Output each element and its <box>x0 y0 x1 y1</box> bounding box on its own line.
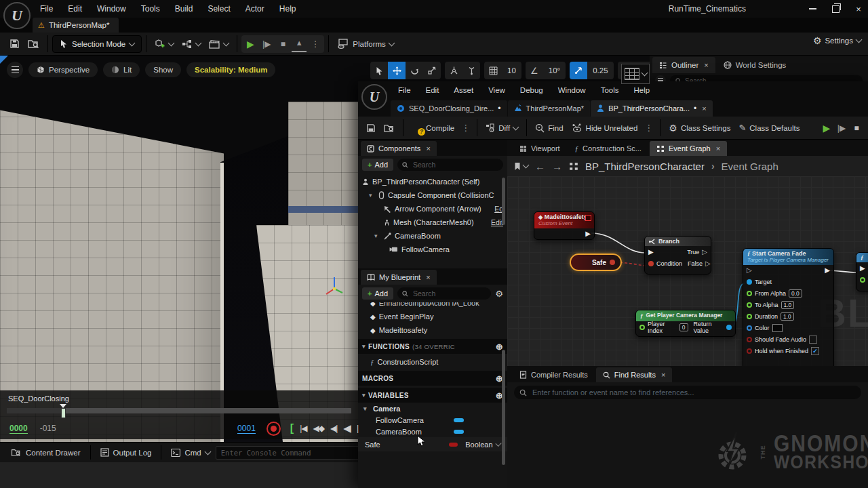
bp-stop-button[interactable]: ■ <box>849 121 864 136</box>
find-results-input[interactable] <box>531 388 856 397</box>
data-pin[interactable] <box>860 277 865 283</box>
variable-followcamera-row[interactable]: FollowCamera <box>358 414 507 426</box>
previous-key-button[interactable]: ◀◆ <box>313 424 324 433</box>
event-graph-canvas[interactable]: BL ◆ Madeittosafety Custom Event ▶ <box>507 176 868 366</box>
exec-out-pin[interactable]: ▶ <box>825 267 830 274</box>
from-alpha-pin[interactable] <box>747 291 752 296</box>
pin-value[interactable]: 1.0 <box>781 312 794 321</box>
pin-value[interactable]: 1.0 <box>781 301 795 309</box>
close-icon[interactable]: × <box>426 273 430 281</box>
compile-button[interactable]: ? Compile <box>408 119 458 137</box>
component-row-self[interactable]: BP_ThirdPersonCharacter (Self) <box>358 175 507 188</box>
transport-options[interactable]: ⋮ <box>308 37 323 52</box>
bp-menu-file[interactable]: File <box>391 81 418 99</box>
components-scrollbar[interactable] <box>502 178 505 225</box>
functions-section-header[interactable]: ▾ FUNCTIONS (34 OVERRIC ⊕ <box>358 339 507 354</box>
cmd-dropdown[interactable]: Cmd <box>165 449 215 457</box>
grid-snap-value[interactable]: 10 <box>502 66 521 75</box>
play-button[interactable]: ▶ <box>243 37 258 52</box>
clipped-list-row[interactable]: ◆ EnhancedInputAction IA_Look <box>358 302 507 310</box>
close-icon[interactable]: × <box>716 144 720 152</box>
menu-build[interactable]: Build <box>167 0 201 18</box>
viewport-layout-dropdown[interactable] <box>621 64 650 84</box>
exec-in-pin[interactable]: ▶ <box>860 265 865 272</box>
eject-button[interactable]: ▲ <box>292 35 307 52</box>
nav-forward-button[interactable]: → <box>552 161 562 172</box>
bp-save-button[interactable] <box>362 119 380 137</box>
duration-pin[interactable] <box>747 314 752 319</box>
show-dropdown[interactable]: Show <box>145 62 181 77</box>
construction-script-row[interactable]: ƒ ConstructionScript <box>358 355 507 369</box>
breadcrumb-leaf[interactable]: Event Graph <box>722 161 778 172</box>
hold-when-finished-checkbox[interactable]: ✓ <box>811 347 819 355</box>
tab-find-results[interactable]: Find Results × <box>596 367 673 382</box>
rotate-tool[interactable] <box>406 62 423 79</box>
eye-closed-icon[interactable] <box>495 440 501 446</box>
component-row-arrow[interactable]: Arrow Component (Arrow) Ed <box>358 202 507 216</box>
output-log-button[interactable]: Output Log <box>95 448 157 457</box>
return-value-pin[interactable] <box>726 325 732 330</box>
exec-in-pin[interactable]: ▶ <box>648 249 654 256</box>
components-search-input[interactable] <box>412 160 498 169</box>
lit-dropdown[interactable]: Lit <box>103 62 140 77</box>
class-defaults-button[interactable]: ✎ Class Defaults <box>734 119 804 137</box>
expand-icon[interactable]: ▾ <box>362 392 368 399</box>
expand-icon[interactable]: ▾ <box>362 343 368 350</box>
my-blueprint-settings-icon[interactable]: ⚙ <box>495 289 503 299</box>
minimize-button[interactable] <box>807 3 818 14</box>
bp-browse-button[interactable] <box>380 119 399 137</box>
menu-select[interactable]: Select <box>200 0 237 18</box>
tab-outliner[interactable]: Outliner × <box>652 57 715 73</box>
start-frame[interactable]: 0000 <box>9 424 28 434</box>
grid-snap-toggle[interactable] <box>484 62 502 79</box>
scale-tool[interactable] <box>423 62 441 79</box>
content-drawer-button[interactable]: Content Drawer <box>5 448 86 457</box>
menu-actor[interactable]: Actor <box>238 0 272 18</box>
event-madeittosafety-row[interactable]: ◆ Madeittosafety <box>358 323 507 337</box>
close-icon[interactable]: × <box>426 144 430 152</box>
world-gizmo-toggle[interactable] <box>445 62 462 79</box>
variables-section-header[interactable]: ▾ VARIABLES ⊕ <box>358 388 507 403</box>
to-alpha-pin[interactable] <box>747 302 752 308</box>
event-beginplay-row[interactable]: ◆ Event BeginPlay <box>358 310 507 323</box>
tab-character-blueprint[interactable]: BP_ThirdPersonChara... • × <box>591 100 712 117</box>
my-blueprint-search-input[interactable] <box>412 289 486 298</box>
maximize-button[interactable] <box>830 3 841 14</box>
scale-snap-value[interactable]: 0.25 <box>587 66 613 75</box>
local-gizmo-toggle[interactable] <box>462 62 480 79</box>
hide-unrelated-options[interactable]: ⋮ <box>642 123 656 133</box>
close-icon[interactable]: × <box>702 104 706 113</box>
pin-value[interactable]: 0.0 <box>789 289 802 298</box>
stop-button[interactable]: ■ <box>275 37 290 52</box>
component-row-followcamera[interactable]: FollowCamera <box>358 243 507 256</box>
bookmarks-dropdown[interactable] <box>514 162 528 171</box>
tab-world-settings[interactable]: World Settings <box>717 57 793 73</box>
close-icon[interactable]: × <box>704 61 708 69</box>
menu-tools[interactable]: Tools <box>134 0 167 18</box>
macros-section-header[interactable]: MACROS ⊕ <box>358 371 507 386</box>
level-tab[interactable]: ⚠ ThirdPersonMap* <box>33 18 119 33</box>
rotation-snap-value[interactable]: 10° <box>543 66 566 75</box>
viewport-options-icon[interactable] <box>7 62 23 78</box>
hide-unrelated-button[interactable]: Hide Unrelated <box>568 119 642 137</box>
menu-file[interactable]: File <box>33 0 60 18</box>
close-button[interactable]: × <box>853 3 864 14</box>
go-to-start-button[interactable]: |◀ <box>300 424 307 433</box>
my-blueprint-search[interactable] <box>397 287 491 300</box>
tab-bp-viewport[interactable]: Viewport <box>513 141 567 156</box>
node-madeittosafety-event[interactable]: ◆ Madeittosafety Custom Event ▶ <box>534 211 595 240</box>
play-reverse-button[interactable]: ◀ <box>343 422 351 434</box>
variable-category-camera[interactable]: ▾ Camera <box>358 403 507 414</box>
condition-pin[interactable] <box>648 261 654 266</box>
tab-sequence-asset[interactable]: SEQ_DoorClosing_Dire... • <box>391 100 507 117</box>
hold-when-finished-pin[interactable] <box>747 348 752 354</box>
compile-options[interactable]: ⋮ <box>458 123 473 133</box>
bool-out-pin[interactable] <box>610 260 615 265</box>
should-fade-audio-checkbox[interactable] <box>809 336 817 344</box>
select-tool[interactable] <box>370 62 388 79</box>
player-index-pin[interactable] <box>639 325 645 330</box>
diff-dropdown[interactable]: Diff <box>481 119 522 137</box>
node-partial-right[interactable]: ƒ ▶ <box>856 252 868 291</box>
false-exec-pin[interactable]: ▷ <box>705 260 711 267</box>
component-row-mesh[interactable]: Mesh (CharacterMesh0) Edit <box>358 216 507 229</box>
